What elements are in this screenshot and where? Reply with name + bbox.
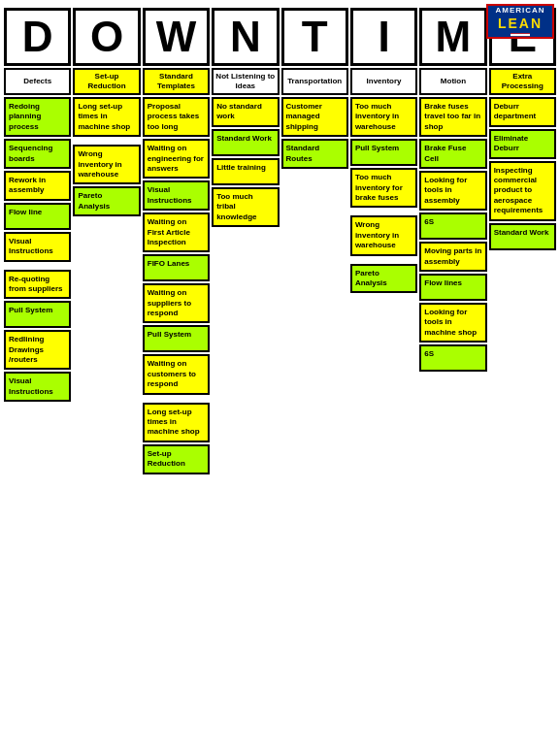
card-0-4: Visual Instructions xyxy=(4,232,71,262)
card-6-5: Flow lines xyxy=(419,274,486,301)
card-7-3: Standard Work xyxy=(489,223,556,250)
card-1-3: Pareto Analysis xyxy=(73,186,140,216)
title-letter-W: W xyxy=(143,8,210,66)
card-2-4: FIFO Lanes xyxy=(143,254,210,281)
card-0-0: Redoing planning process xyxy=(4,97,71,137)
title-letter-M: M xyxy=(419,8,486,66)
card-0-9: Visual Instructions xyxy=(4,372,71,402)
logo-flag xyxy=(511,33,530,37)
header-row: DefectsSet-up ReductionStandard Template… xyxy=(0,68,560,95)
card-5-2: Too much inventory for brake fuses xyxy=(350,168,417,208)
col-header-5: Inventory xyxy=(350,68,417,95)
col-header-2: Standard Templates xyxy=(143,68,210,95)
column-4: Customer managed shippingStandard Routes xyxy=(281,97,348,169)
card-2-2: Visual Instructions xyxy=(143,180,210,211)
title-letter-O: O xyxy=(73,8,140,66)
card-2-9: Long set-up times in machine shop xyxy=(143,403,210,442)
card-5-6: Pareto Analysis xyxy=(350,264,417,294)
title-row: DOWNTIME xyxy=(0,8,560,66)
column-7: Deburr departmentEliminate DeburrInspect… xyxy=(489,97,556,250)
card-0-7: Pull System xyxy=(4,301,71,328)
card-2-10: Set-up Reduction xyxy=(143,444,210,474)
card-2-6: Pull System xyxy=(143,325,210,352)
spacer xyxy=(143,397,210,401)
card-7-2: Inspecting commercial product to aerospa… xyxy=(489,161,556,221)
card-6-3: 6S xyxy=(419,212,486,240)
title-letter-I: I xyxy=(350,8,417,66)
title-letter-D: D xyxy=(4,8,71,66)
col-header-6: Motion xyxy=(419,68,486,95)
card-6-4: Moving parts in assembly xyxy=(419,242,486,272)
card-7-0: Deburr department xyxy=(489,97,556,127)
card-0-8: Redlining Drawings /routers xyxy=(4,330,71,370)
logo: AMERICAN LEAN xyxy=(486,4,554,39)
spacer xyxy=(350,210,417,213)
col-header-4: Transportation xyxy=(281,68,348,95)
card-4-0: Customer managed shipping xyxy=(281,97,348,137)
card-5-4: Wrong inventory in warehouse xyxy=(350,215,417,255)
card-4-1: Standard Routes xyxy=(281,139,348,169)
card-5-1: Pull System xyxy=(350,139,417,166)
card-7-1: Eliminate Deburr xyxy=(489,129,556,159)
column-5: Too much inventory in warehousePull Syst… xyxy=(350,97,417,293)
col-header-3: Not Listening to Ideas xyxy=(212,68,279,95)
title-letter-N: N xyxy=(212,8,279,66)
card-5-0: Too much inventory in warehouse xyxy=(350,97,417,137)
card-0-3: Flow line xyxy=(4,203,71,230)
card-1-2: Wrong inventory in warehouse xyxy=(73,145,140,184)
card-3-3: Too much tribal knowledge xyxy=(212,187,279,227)
card-2-7: Waiting on customers to respond xyxy=(143,354,210,394)
col-header-7: Extra Processing xyxy=(489,68,556,95)
card-3-1: Standard Work xyxy=(212,129,279,156)
logo-line1: AMERICAN xyxy=(495,6,544,16)
column-2: Proposal process takes too longWaiting o… xyxy=(143,97,210,474)
card-2-5: Waiting on suppliers to respond xyxy=(143,283,210,323)
content-area: Redoing planning processSequencing board… xyxy=(0,97,560,474)
card-6-2: Looking for tools in assembly xyxy=(419,171,486,211)
card-1-0: Long set-up times in machine shop xyxy=(73,97,140,137)
title-letter-T: T xyxy=(281,8,348,66)
spacer xyxy=(73,139,140,143)
card-6-6: Looking for tools in machine shop xyxy=(419,303,486,343)
col-header-1: Set-up Reduction xyxy=(73,68,140,95)
card-0-2: Rework in assembly xyxy=(4,171,71,201)
card-6-7: 6S xyxy=(419,344,486,372)
card-2-0: Proposal process takes too long xyxy=(143,97,210,137)
card-6-1: Brake Fuse Cell xyxy=(419,139,486,169)
column-1: Long set-up times in machine shopWrong i… xyxy=(73,97,140,216)
card-2-1: Waiting on engineering for answers xyxy=(143,139,210,179)
column-0: Redoing planning processSequencing board… xyxy=(4,97,71,402)
card-2-3: Waiting on First Article Inspection xyxy=(143,212,210,252)
card-3-2: Little training xyxy=(212,158,279,185)
card-6-0: Brake fuses travel too far in shop xyxy=(419,97,486,137)
card-0-1: Sequencing boards xyxy=(4,139,71,169)
col-header-0: Defects xyxy=(4,68,71,95)
spacer xyxy=(4,264,71,268)
spacer xyxy=(350,258,417,262)
logo-line2: LEAN xyxy=(498,16,543,32)
column-3: No standard workStandard WorkLittle trai… xyxy=(212,97,279,227)
card-0-6: Re-quoting from suppliers xyxy=(4,270,71,300)
card-3-0: No standard work xyxy=(212,97,279,127)
column-6: Brake fuses travel too far in shopBrake … xyxy=(419,97,486,372)
